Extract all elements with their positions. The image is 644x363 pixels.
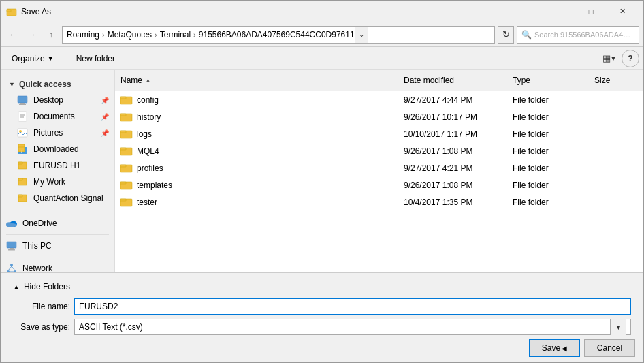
folder-icon <box>120 146 133 156</box>
help-button[interactable]: ? <box>622 50 639 67</box>
quick-access-label: Quick access <box>19 80 71 89</box>
file-name-cell: history <box>115 110 398 124</box>
sidebar-item-thispc[interactable]: This PC <box>1 238 114 254</box>
file-name-cell: config <box>115 93 398 107</box>
desktop-label: Desktop <box>33 95 63 105</box>
file-size-cell <box>589 127 643 141</box>
onedrive-icon <box>6 218 17 229</box>
sidebar: ▼ Quick access Desktop 📌 Documents 📌 <box>1 70 115 272</box>
svg-rect-26 <box>8 249 15 251</box>
eurusd-label: EURUSD H1 <box>33 161 80 170</box>
table-row[interactable]: profiles 9/27/2017 4:21 PM File folder <box>115 159 643 176</box>
organize-dropdown-icon: ▼ <box>48 55 54 62</box>
network-label: Network <box>22 264 52 272</box>
svg-rect-46 <box>120 199 126 201</box>
title-icon <box>6 6 17 17</box>
svg-rect-40 <box>120 148 126 150</box>
cancel-button[interactable]: Cancel <box>584 339 635 357</box>
crumb-roaming: Roaming <box>67 30 99 40</box>
mywork-label: My Work <box>33 177 65 187</box>
folder-icon <box>120 129 133 139</box>
folder-icon <box>120 163 133 173</box>
file-size-cell <box>589 144 643 158</box>
svg-point-23 <box>6 223 17 227</box>
col-header-name[interactable]: Name ▲ <box>115 73 398 88</box>
svg-rect-44 <box>120 182 126 184</box>
new-folder-button[interactable]: New folder <box>69 50 122 67</box>
sidebar-divider-2 <box>6 234 109 235</box>
table-row[interactable]: config 9/27/2017 4:44 PM File folder <box>115 91 643 108</box>
table-row[interactable]: logs 10/10/2017 1:17 PM File folder <box>115 125 643 142</box>
sidebar-item-pictures[interactable]: Pictures 📌 <box>1 125 114 141</box>
file-name-cell: profiles <box>115 161 398 175</box>
quick-access-header[interactable]: ▼ Quick access <box>1 76 114 92</box>
toolbar-separator <box>65 52 65 65</box>
savetype-select[interactable]: ASCII Text (*.csv) ▼ <box>74 319 631 335</box>
filename-input[interactable] <box>74 298 631 315</box>
table-row[interactable]: templates 9/26/2017 1:08 PM File folder <box>115 176 643 193</box>
file-date-cell: 9/26/2017 1:08 PM <box>398 144 507 158</box>
up-button[interactable]: ↑ <box>43 27 59 43</box>
forward-button[interactable]: → <box>24 27 40 43</box>
svg-rect-9 <box>18 129 27 137</box>
savetype-label: Save as type: <box>9 322 70 332</box>
svg-rect-36 <box>120 114 126 116</box>
sidebar-item-downloaded[interactable]: ↓ Downloaded <box>1 141 114 157</box>
maximize-button[interactable]: □ <box>575 1 607 22</box>
sidebar-item-documents[interactable]: Documents 📌 <box>1 108 114 125</box>
table-row[interactable]: MQL4 9/26/2017 1:08 PM File folder <box>115 142 643 159</box>
address-dropdown-button[interactable]: ⌄ <box>355 26 368 44</box>
col-header-date[interactable]: Date modified <box>398 73 507 88</box>
pictures-label: Pictures <box>33 128 63 138</box>
window-controls: ─ □ ✕ <box>544 1 638 22</box>
table-row[interactable]: tester 10/4/2017 1:35 PM File folder <box>115 193 643 210</box>
hide-folders-row[interactable]: ▲ Hide Folders <box>9 279 635 294</box>
sidebar-item-eurusd[interactable]: EURUSD H1 <box>1 157 114 174</box>
thispc-label: This PC <box>22 241 52 251</box>
svg-rect-34 <box>120 97 126 99</box>
file-type-cell: File folder <box>507 110 589 124</box>
sidebar-divider-3 <box>6 257 109 257</box>
file-size-cell <box>589 93 643 107</box>
col-header-type[interactable]: Type <box>507 73 589 88</box>
search-box[interactable]: 🔍 Search 915566BA06ADA40756... <box>517 26 639 44</box>
quantaction-label: QuantAction Signal <box>33 193 103 203</box>
cursor-indicator: ◀ <box>562 345 567 352</box>
file-type-cell: File folder <box>507 127 589 141</box>
close-button[interactable]: ✕ <box>607 1 638 22</box>
sidebar-item-onedrive[interactable]: OneDrive <box>1 215 114 232</box>
sidebar-item-network[interactable]: Network <box>1 260 114 272</box>
address-bar[interactable]: Roaming › MetaQuotes › Terminal › 915566… <box>62 26 495 44</box>
organize-button[interactable]: Organize ▼ <box>5 50 61 67</box>
minimize-button[interactable]: ─ <box>544 1 575 22</box>
file-date-cell: 10/4/2017 1:35 PM <box>398 195 507 209</box>
back-button[interactable]: ← <box>5 27 21 43</box>
file-size-cell <box>589 110 643 124</box>
table-row[interactable]: history 9/26/2017 10:17 PM File folder <box>115 108 643 125</box>
sidebar-item-quantaction[interactable]: QuantAction Signal <box>1 190 114 206</box>
file-date-cell: 9/27/2017 4:21 PM <box>398 161 507 175</box>
documents-label: Documents <box>33 112 75 121</box>
search-placeholder: Search 915566BA06ADA40756... <box>534 31 634 39</box>
thispc-icon <box>6 240 17 251</box>
view-toggle-button[interactable]: ▦ ▼ <box>600 50 619 67</box>
onedrive-label: OneDrive <box>22 219 57 228</box>
sidebar-item-mywork[interactable]: My Work <box>1 174 114 190</box>
file-date-cell: 9/27/2017 4:44 PM <box>398 93 507 107</box>
file-size-cell <box>589 195 643 209</box>
file-date-cell: 9/26/2017 10:17 PM <box>398 110 507 124</box>
col-header-size[interactable]: Size <box>589 73 643 88</box>
save-button[interactable]: Save ◀ <box>529 339 580 357</box>
refresh-button[interactable]: ↻ <box>498 26 514 44</box>
file-type-cell: File folder <box>507 161 589 175</box>
file-list-header: Name ▲ Date modified Type Size <box>115 70 643 91</box>
documents-icon <box>17 111 28 122</box>
breadcrumb: Roaming › MetaQuotes › Terminal › 915566… <box>67 30 355 40</box>
network-icon <box>6 263 17 272</box>
sidebar-item-desktop[interactable]: Desktop 📌 <box>1 92 114 108</box>
svg-rect-3 <box>20 103 25 104</box>
svg-rect-2 <box>18 96 27 103</box>
file-rows-container: config 9/27/2017 4:44 PM File folder his… <box>115 91 643 210</box>
svg-rect-20 <box>18 195 22 197</box>
folder-icon <box>120 197 133 207</box>
